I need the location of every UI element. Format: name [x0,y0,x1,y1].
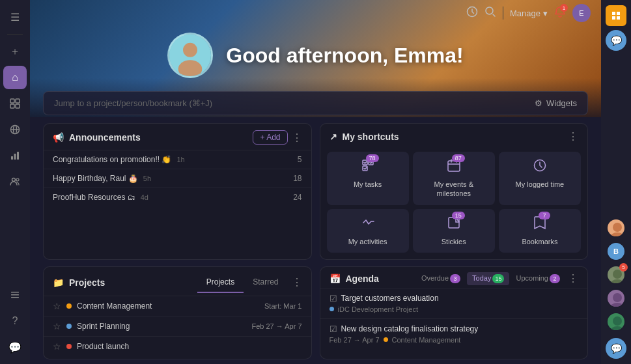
sidebar-help-icon[interactable]: ? [3,309,27,333]
shortcut-stickies[interactable]: 15 Stickies [413,209,495,253]
sidebar-people-icon[interactable] [3,170,27,193]
projects-menu-button[interactable]: ⋮ [292,276,302,288]
avatar-container-4 [606,288,626,308]
top-bar: Manage ▾ 1 E [30,0,601,26]
search-bar[interactable]: Jump to a project/person/bookmark (⌘+J) … [43,91,588,115]
svg-rect-12 [11,292,19,293]
projects-widget: 📁 Projects Projects Starred ⋮ ☆ [43,266,312,359]
clock-icon[interactable] [466,6,478,20]
projects-tab-projects[interactable]: Projects [197,272,244,293]
user-avatar-5[interactable] [606,312,626,331]
avatar-container-1 [606,218,626,238]
sidebar-list-icon[interactable] [3,283,27,307]
chat-button[interactable]: 💬 [606,338,626,359]
star-icon-2[interactable]: ☆ [53,321,61,331]
avatar-container-5 [606,312,626,331]
top-bar-actions: Manage ▾ 1 E [466,4,591,22]
right-sidebar-icon-2[interactable]: 💬 [606,30,626,51]
shortcut-my-tasks[interactable]: 78 My tasks [327,152,409,205]
svg-point-33 [613,223,622,232]
svg-point-18 [183,43,197,57]
agenda-dot-1 [330,307,334,311]
sidebar-add-icon[interactable]: ＋ [3,40,27,63]
svg-point-38 [610,303,624,308]
svg-point-40 [610,326,624,331]
project-item-product-launch[interactable]: ☆ Product launch [44,336,311,356]
user-avatar-4[interactable] [606,288,626,308]
shortcut-bookmarks[interactable]: 7 Bookmarks [499,209,581,253]
greeting-text: Good afternoon, Emma! [226,44,463,68]
topbar-divider [503,7,503,20]
agenda-tab-today[interactable]: Today15 [467,272,509,285]
agenda-menu-button[interactable]: ⋮ [568,272,578,285]
avatar-container-2: B [606,242,626,261]
svg-point-35 [613,270,622,279]
star-icon-1[interactable]: ☆ [53,301,61,311]
project-dot-1 [66,303,72,309]
shortcut-my-activities[interactable]: My activities [327,209,409,253]
svg-rect-1 [16,99,20,103]
announcement-item-3[interactable]: ProofHub Resources 🗂 4d 24 [44,188,311,206]
svg-rect-14 [11,297,19,298]
svg-rect-7 [11,156,13,160]
right-sidebar-icon-1[interactable] [606,5,626,26]
sidebar-reports-icon[interactable] [3,144,27,167]
bottom-widgets-row: 📁 Projects Projects Starred ⋮ ☆ [30,260,601,359]
star-icon-3[interactable]: ☆ [53,341,61,352]
notification-button[interactable]: 1 [554,6,566,20]
shortcut-my-logged-time[interactable]: My logged time [499,152,581,205]
user-avatar-1[interactable] [606,218,626,238]
announcements-list: Congratulations on promotion!! 👏 1h 5 Ha… [44,150,311,206]
shortcuts-icon: ↗ [330,132,337,142]
notification-badge: 1 [560,4,568,12]
shortcuts-widget: ↗ My shortcuts ⋮ 78 My tasks [320,123,589,260]
sidebar-menu-icon[interactable]: ☰ [3,5,27,29]
user-avatar-large [167,33,213,78]
announcements-add-button[interactable]: + Add [253,130,287,145]
svg-rect-3 [16,104,20,108]
agenda-item-2[interactable]: ☑ New design catalog finalisation strate… [320,318,588,349]
user-avatar-2[interactable]: B [606,242,626,261]
shortcuts-menu-button[interactable]: ⋮ [568,130,578,143]
svg-rect-23 [448,161,460,171]
announcements-menu-button[interactable]: ⋮ [292,132,302,144]
shortcuts-grid: 78 My tasks 87 My events & milestones [320,148,588,259]
user-avatar-top[interactable]: E [572,4,591,22]
agenda-tab-overdue[interactable]: Overdue3 [416,272,466,285]
sidebar-message-icon[interactable]: 💬 [3,335,27,359]
my-events-badge: 87 [452,154,465,162]
sidebar-projects-icon[interactable] [3,92,27,115]
svg-point-34 [610,232,624,238]
projects-folder-icon: 📁 [53,277,64,288]
bookmarks-badge: 7 [539,212,550,219]
project-item-sprint-planning[interactable]: ☆ Sprint Planning Feb 27 → Apr 7 [44,316,311,336]
announcement-item-1[interactable]: Congratulations on promotion!! 👏 1h 5 [44,150,311,169]
greeting-section: Good afternoon, Emma! [30,26,601,91]
agenda-item-1[interactable]: ☑ Target customers evaluation iDC Develo… [320,288,588,318]
svg-rect-30 [617,12,620,15]
sidebar-global-icon[interactable] [3,118,27,141]
agenda-tab-upcoming[interactable]: Upcoming2 [511,272,565,285]
shortcut-my-events[interactable]: 87 My events & milestones [413,152,495,205]
project-dot-3 [66,344,72,349]
project-item-content-management[interactable]: ☆ Content Management Start: Mar 1 [44,296,311,316]
agenda-header: 📅 Agenda Overdue3 Today15 Upc [320,267,588,288]
search-icon[interactable] [484,6,496,20]
widgets-button[interactable]: ⚙ Widgets [535,98,577,108]
search-section: Jump to a project/person/bookmark (⌘+J) … [30,91,601,123]
app-container: ☰ ＋ ⌂ ? 💬 [0,0,631,364]
svg-rect-29 [612,12,615,15]
main-content: Manage ▾ 1 E Good afternoon, Emma! Jump … [30,0,601,364]
announcements-actions: + Add ⋮ [253,130,301,145]
svg-point-11 [16,178,19,181]
avatar-container-3: 5 [606,265,626,285]
svg-rect-31 [612,16,615,20]
left-sidebar: ☰ ＋ ⌂ ? 💬 [0,0,30,364]
announcement-item-2[interactable]: Happy Birthday, Raul 🎂 5h 18 [44,169,311,188]
projects-tab-bar: Projects Starred [197,272,288,293]
sidebar-home-icon[interactable]: ⌂ [3,66,27,89]
projects-tab-starred[interactable]: Starred [244,272,287,293]
svg-point-16 [486,7,493,14]
manage-button[interactable]: Manage ▾ [510,8,548,18]
widgets-gear-icon: ⚙ [535,98,542,108]
